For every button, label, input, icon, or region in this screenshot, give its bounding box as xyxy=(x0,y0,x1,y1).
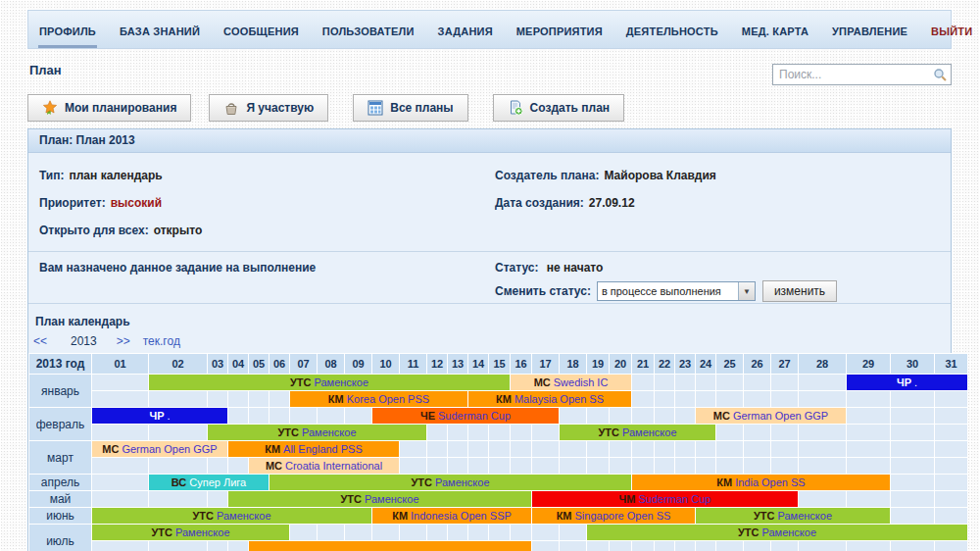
calendar-empty-cell xyxy=(891,408,935,425)
calendar-empty-cell xyxy=(716,425,744,441)
created-value: 27.09.12 xyxy=(589,196,635,210)
i-participate-button[interactable]: Я участвую xyxy=(209,94,328,122)
calendar-event[interactable]: ЧЕSuderman Cup xyxy=(372,408,560,425)
change-status-button[interactable]: изменить xyxy=(762,280,837,302)
calendar-event[interactable]: УТСРаменское xyxy=(149,375,511,391)
chevron-down-icon[interactable]: ▼ xyxy=(738,282,755,300)
button-label: Мои планирования xyxy=(65,101,176,115)
nav-item-users[interactable]: ПОЛЬЗОВАТЕЛИ xyxy=(321,12,416,48)
calendar-event[interactable]: УТСРаменское xyxy=(92,525,290,541)
calendar-empty-cell xyxy=(228,541,249,551)
calendar-year-nav: << 2013 >> тек.год xyxy=(28,328,951,353)
calendar-month-label: июль xyxy=(29,525,92,551)
calendar-event[interactable] xyxy=(249,541,532,551)
calendar-day-header: 28 xyxy=(799,354,847,375)
calendar-event[interactable]: КМIndia Open SS xyxy=(632,475,891,491)
calendar-empty-cell xyxy=(448,525,468,541)
calendar-month-label: май xyxy=(29,491,92,508)
calendar-empty-cell xyxy=(935,491,968,508)
calendar-event[interactable]: УТСРаменское xyxy=(696,508,891,525)
calendar-empty-cell xyxy=(532,441,560,458)
calendar-empty-cell xyxy=(448,425,468,441)
calendar-event[interactable]: КМKorea Open PSS xyxy=(290,391,468,408)
priority-value: высокий xyxy=(111,196,162,210)
calendar-empty-cell xyxy=(655,391,675,408)
nav-item-management[interactable]: УПРАВЛЕНИЕ xyxy=(831,12,908,48)
calendar-event[interactable]: КМAll England PSS xyxy=(228,441,400,458)
prev-year-link[interactable]: << xyxy=(33,334,47,348)
calendar-empty-cell xyxy=(610,408,632,425)
type-value: план календарь xyxy=(70,169,163,182)
next-year-link[interactable]: >> xyxy=(117,334,130,348)
nav-item-knowledge-base[interactable]: БАЗА ЗНАНИЙ xyxy=(119,12,201,48)
calendar-gantt: 2013 год01020304050607080910111213141516… xyxy=(28,353,951,551)
search-input[interactable] xyxy=(777,67,933,82)
calendar-event[interactable]: MCGerman Open GGP xyxy=(92,441,228,458)
calendar-empty-cell xyxy=(891,541,935,551)
calendar-empty-cell xyxy=(427,441,448,458)
all-plans-button[interactable]: Все планы xyxy=(353,94,467,122)
calendar-event[interactable]: УТСРаменское xyxy=(587,525,968,541)
calendar-empty-cell xyxy=(655,458,675,475)
create-plan-button[interactable]: Создать план xyxy=(493,94,624,122)
calendar-empty-cell xyxy=(847,408,891,425)
calendar-event[interactable]: УТСРаменское xyxy=(270,475,632,491)
current-year-link[interactable]: тек.год xyxy=(143,334,180,348)
calendar-day-header: 04 xyxy=(228,354,249,375)
calendar-event[interactable]: ЧМSuderman Cup xyxy=(532,491,799,508)
search-icon[interactable] xyxy=(933,68,948,82)
calendar-empty-cell xyxy=(799,375,847,391)
nav-item-activity[interactable]: ДЕЯТЕЛЬНОСТЬ xyxy=(625,12,719,48)
calendar-event[interactable]: ЧР. xyxy=(847,375,968,391)
calendar-event[interactable]: УТСРаменское xyxy=(228,491,532,508)
my-plans-button[interactable]: Мои планирования xyxy=(27,94,191,122)
table-grid-icon xyxy=(368,100,383,116)
calendar-event[interactable]: УТСРаменское xyxy=(560,425,716,441)
calendar-empty-cell xyxy=(372,525,400,541)
nav-item-activities[interactable]: МЕРОПРИЯТИЯ xyxy=(515,12,604,48)
calendar-empty-cell xyxy=(847,391,891,408)
calendar-empty-cell xyxy=(799,391,847,408)
nav-item-med-card[interactable]: МЕД. КАРТА xyxy=(741,12,809,48)
calendar-day-header: 24 xyxy=(696,354,716,375)
calendar-event[interactable]: УТСРаменское xyxy=(92,508,372,525)
calendar-empty-cell xyxy=(149,391,208,408)
nav-item-messages[interactable]: СООБЩЕНИЯ xyxy=(222,12,300,48)
calendar-event[interactable]: УТСРаменское xyxy=(208,425,427,441)
calendar-empty-cell xyxy=(290,525,318,541)
assignment-section: Вам назначено данное задание на выполнен… xyxy=(28,252,951,300)
calendar-empty-cell xyxy=(891,391,935,408)
calendar-empty-cell xyxy=(532,458,560,475)
calendar-day-header: 20 xyxy=(610,354,632,375)
calendar-empty-cell xyxy=(632,375,655,391)
calendar-empty-cell xyxy=(935,441,968,458)
calendar-day-header: 07 xyxy=(290,354,318,375)
calendar-empty-cell xyxy=(149,541,208,551)
calendar-empty-cell xyxy=(675,441,696,458)
nav-item-tasks[interactable]: ЗАДАНИЯ xyxy=(437,12,494,48)
calendar-event[interactable]: ВССупер Лига xyxy=(149,475,270,491)
nav-item-profile[interactable]: ПРОФИЛЬ xyxy=(38,12,97,48)
calendar-day-header: 23 xyxy=(675,354,696,375)
calendar-empty-cell xyxy=(345,408,372,425)
calendar-empty-cell xyxy=(891,441,935,458)
calendar-empty-cell xyxy=(400,441,427,458)
status-select[interactable]: в процессе выполнения ▼ xyxy=(597,281,756,301)
calendar-empty-cell xyxy=(208,541,228,551)
calendar-event[interactable]: MCGerman Open GGP xyxy=(696,408,847,425)
calendar-empty-cell xyxy=(847,425,891,441)
calendar-empty-cell xyxy=(587,408,610,425)
calendar-empty-cell xyxy=(696,458,716,475)
calendar-event[interactable]: КМIndonesia Open SSP xyxy=(372,508,532,525)
calendar-empty-cell xyxy=(249,391,270,408)
nav-item-logout[interactable]: ВЫЙТИ xyxy=(930,12,973,48)
calendar-event[interactable]: КМMalaysia Open SS xyxy=(468,391,632,408)
calendar-empty-cell xyxy=(149,458,208,475)
calendar-event[interactable]: ЧР. xyxy=(92,408,228,425)
calendar-empty-cell xyxy=(468,425,489,441)
calendar-empty-cell xyxy=(468,525,489,541)
calendar-event[interactable]: КМSingapore Open SS xyxy=(532,508,696,525)
calendar-event[interactable]: MCSwedish IC xyxy=(511,375,632,391)
calendar-event[interactable]: MCCroatia International xyxy=(249,458,400,475)
calendar-empty-cell xyxy=(468,441,489,458)
